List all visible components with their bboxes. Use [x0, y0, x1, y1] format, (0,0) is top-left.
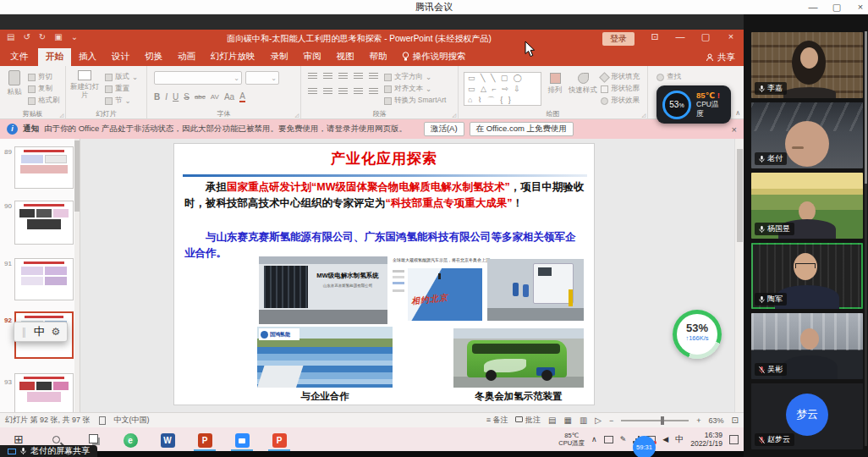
format-painter-button[interactable]: 格式刷: [28, 96, 60, 106]
change-case-button[interactable]: Aa: [224, 92, 234, 102]
participant-video-tile[interactable]: 吴彬: [751, 313, 863, 379]
tab-record[interactable]: 录制: [263, 48, 296, 66]
accessibility-icon[interactable]: [99, 416, 106, 425]
drag-handle-icon[interactable]: ║: [21, 328, 27, 337]
new-slide-button[interactable]: 新建幻灯片: [69, 70, 100, 99]
login-button[interactable]: 登录: [602, 32, 635, 46]
tab-help[interactable]: 帮助: [362, 48, 395, 66]
current-slide[interactable]: 产业化应用探索 承担国家重点研发计划“MW级固体聚合物电解质电解水制氢技术”，项…: [173, 143, 595, 405]
slide-thumbnail-91[interactable]: [14, 258, 74, 300]
save-icon[interactable]: ▤: [7, 32, 14, 41]
ime-mode-chinese[interactable]: 中: [34, 324, 45, 339]
participant-video-tile[interactable]: 杨国昱: [751, 173, 863, 239]
arrange-button[interactable]: 排列: [545, 73, 565, 94]
powerpoint-taskbar-icon[interactable]: P: [186, 427, 223, 451]
taskbar-clock[interactable]: 16:392022/1/19: [690, 431, 722, 448]
zoom-in-button[interactable]: +: [696, 416, 700, 425]
meeting-maximize-button[interactable]: ▢: [826, 0, 848, 14]
line-spacing-icon[interactable]: [369, 73, 378, 80]
participant-avatar-tile[interactable]: 梦云 赵梦云: [751, 383, 863, 449]
tab-insert[interactable]: 插入: [71, 48, 104, 66]
layout-button[interactable]: 版式⌄: [105, 72, 138, 82]
zoom-level[interactable]: 63%: [709, 416, 724, 425]
bullets-icon[interactable]: [308, 73, 317, 80]
align-left-icon[interactable]: [308, 88, 317, 96]
language-status[interactable]: 中文(中国): [114, 415, 150, 426]
align-text-button[interactable]: 对齐文本⌄: [384, 84, 446, 94]
participant-video-tile[interactable]: 老付: [751, 102, 863, 168]
notes-button[interactable]: ≡ 备注: [486, 415, 508, 426]
align-right-icon[interactable]: [338, 88, 348, 96]
tray-ime-indicator[interactable]: 中: [675, 433, 684, 445]
wps-taskbar-icon[interactable]: P: [261, 427, 298, 451]
notification-close-icon[interactable]: ×: [732, 124, 737, 135]
slide-thumbnail-89[interactable]: [14, 146, 74, 189]
copy-button[interactable]: 复制: [28, 84, 60, 94]
sidebar-scrollbar[interactable]: [865, 31, 867, 446]
dialog-launcher-icon[interactable]: ◿: [452, 112, 456, 118]
tab-view[interactable]: 视图: [329, 48, 362, 66]
view-reading-button[interactable]: ▥: [580, 416, 587, 425]
find-button[interactable]: 查找: [656, 72, 681, 82]
slide-scrollbar[interactable]: [734, 139, 744, 412]
tab-slideshow[interactable]: 幻灯片放映: [203, 48, 263, 66]
activate-button[interactable]: 激活(A): [424, 122, 464, 136]
tab-review[interactable]: 审阅: [296, 48, 329, 66]
underline-button[interactable]: U: [173, 92, 179, 102]
fit-slide-button[interactable]: ⊡: [732, 416, 739, 425]
zoom-out-button[interactable]: −: [609, 416, 613, 425]
shape-fill-button[interactable]: 形状填充: [601, 72, 640, 82]
participant-video-tile[interactable]: 陶军: [751, 243, 863, 309]
strikethrough-button[interactable]: S: [184, 92, 190, 102]
word-taskbar-icon[interactable]: W: [149, 427, 186, 451]
meeting-minimize-button[interactable]: —: [802, 0, 824, 14]
browser-taskbar-icon[interactable]: e: [112, 427, 149, 451]
font-size-combobox[interactable]: ⌄: [245, 71, 279, 85]
ppt-restore-button[interactable]: ▢: [695, 31, 716, 42]
qat-dropdown-icon[interactable]: ⌄: [71, 32, 78, 41]
thumbnail-scrollbar[interactable]: [74, 139, 80, 412]
tab-home[interactable]: 开始: [38, 48, 71, 66]
convert-smartart-button[interactable]: 转换为 SmartArt: [384, 96, 446, 106]
device-icon[interactable]: [604, 436, 613, 443]
numbering-icon[interactable]: [323, 73, 332, 80]
redo-icon[interactable]: ↻: [39, 32, 46, 41]
office-com-button[interactable]: 在 Office.com 上免费使用: [470, 122, 574, 136]
shape-effects-button[interactable]: 形状效果: [601, 96, 640, 106]
net-speed-widget[interactable]: 53% ↑166K/s: [673, 310, 722, 359]
tab-transitions[interactable]: 切换: [137, 48, 170, 66]
shapes-gallery[interactable]: ▭ ╲ ╲ ▢ ◯ ▭ △ ⌐ ⇨ ⇩ ⌂ ⌇ ⌒ { }: [464, 72, 541, 106]
tab-design[interactable]: 设计: [104, 48, 137, 66]
meeting-close-button[interactable]: ×: [849, 0, 868, 14]
slide-thumbnail-90[interactable]: [14, 201, 74, 245]
tell-me-search[interactable]: 操作说明搜索: [395, 48, 473, 66]
indent-increase-icon[interactable]: [354, 73, 363, 80]
tray-expand-icon[interactable]: ∧: [591, 435, 597, 443]
undo-icon[interactable]: ↺: [23, 32, 30, 41]
quick-styles-button[interactable]: 快速样式: [569, 73, 597, 94]
align-center-icon[interactable]: [323, 88, 332, 96]
volume-icon[interactable]: ◀: [662, 435, 668, 443]
meeting-taskbar-icon[interactable]: [223, 427, 261, 451]
shape-outline-button[interactable]: 形状轮廓: [601, 84, 640, 94]
slide-thumbnail-93[interactable]: [14, 373, 74, 412]
reset-button[interactable]: 重置: [105, 84, 138, 94]
gear-icon[interactable]: ⚙: [51, 326, 60, 338]
font-color-button[interactable]: A: [239, 91, 245, 102]
slideshow-icon[interactable]: ▣: [54, 32, 62, 41]
italic-button[interactable]: I: [165, 92, 168, 102]
ppt-close-button[interactable]: ×: [721, 31, 741, 41]
dialog-launcher-icon[interactable]: ◿: [59, 112, 63, 118]
columns-icon[interactable]: [369, 88, 378, 96]
ppt-minimize-button[interactable]: —: [670, 31, 690, 41]
char-spacing-button[interactable]: AV: [211, 93, 219, 101]
participant-video-tile[interactable]: 李嘉: [751, 32, 863, 98]
dialog-launcher-icon[interactable]: ◿: [294, 112, 299, 118]
dialog-launcher-icon[interactable]: ◿: [641, 112, 646, 118]
indent-decrease-icon[interactable]: [338, 73, 348, 80]
justify-icon[interactable]: [354, 88, 363, 96]
view-slideshow-button[interactable]: ▷: [595, 416, 602, 425]
section-button[interactable]: 节⌄: [105, 96, 138, 106]
pen-icon[interactable]: ✎: [620, 435, 627, 443]
comments-button[interactable]: 批注: [515, 415, 541, 426]
